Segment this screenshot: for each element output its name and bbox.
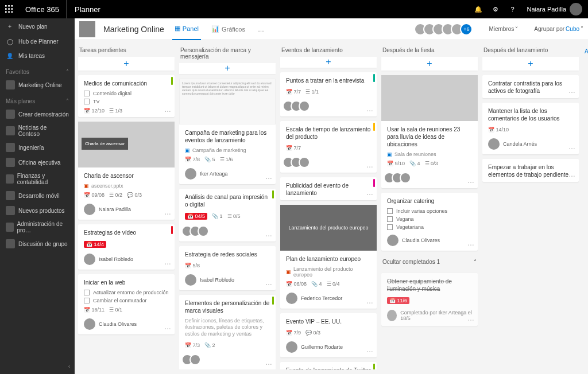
nav-plan-item[interactable]: Marketing Online xyxy=(0,77,75,92)
nav-plan-item[interactable]: Oficina ejecutiva xyxy=(0,155,75,170)
hide-completed-toggle[interactable]: Ocultar completados 1˄ xyxy=(381,255,478,268)
task-card[interactable]: Fuente de lanzamiento de Twitter📅 31/3Is… xyxy=(280,362,377,369)
settings-icon[interactable]: ⚙ xyxy=(487,0,504,18)
members-dropdown[interactable]: Miembros ˅ xyxy=(489,26,518,32)
task-card[interactable]: Contratar contratista para los activos d… xyxy=(482,75,579,98)
add-task-button[interactable]: + xyxy=(179,63,276,74)
nav-new-plan[interactable]: ＋ Nuevo plan xyxy=(0,18,75,34)
add-task-button[interactable]: + xyxy=(78,57,175,71)
bucket-title[interactable]: Eventos de lanzamiento xyxy=(280,45,377,57)
checklist-item[interactable]: Cambiar el conmutador xyxy=(78,298,175,306)
nav-hub[interactable]: ◯ Hub de Planner xyxy=(0,34,75,49)
nav-favorites-header[interactable]: Favoritos ˄ xyxy=(0,63,75,77)
chevron-up-icon: ˄ xyxy=(66,98,69,104)
add-task-button[interactable]: + xyxy=(482,57,579,71)
checklist-item[interactable]: TV xyxy=(78,99,175,107)
card-menu[interactable]: … xyxy=(366,189,373,197)
card-menu[interactable]: … xyxy=(366,105,373,113)
collapse-nav[interactable]: ‹ xyxy=(68,363,70,369)
task-card[interactable]: Evento VIP – EE. UU.📅 7/9💬 0/3Guillermo … xyxy=(280,313,377,357)
checklist-item[interactable]: Contenido digital xyxy=(78,91,175,99)
card-meta: 📅 12/10☰ 1/3 xyxy=(78,107,175,117)
checklist-item[interactable]: Actualizar entorno de producción xyxy=(78,290,175,298)
task-card[interactable]: Medios de comunicaciónContenido digitalT… xyxy=(78,75,175,117)
task-card[interactable]: Puntos a tratar en la entrevista📅 7/7☰ 1… xyxy=(280,72,377,116)
card-menu[interactable]: … xyxy=(265,173,272,181)
bucket-title[interactable]: Después del lanzamiento xyxy=(482,45,579,57)
group-by-dropdown[interactable]: Agrupar por Cubo ˅ xyxy=(534,26,583,32)
add-task-button[interactable]: + xyxy=(280,57,377,68)
bucket: Personalización de marca y mensajería + … xyxy=(179,45,276,369)
card-attachment[interactable]: ▣Lanzamiento del producto europeo xyxy=(280,266,377,280)
tab-more[interactable]: … xyxy=(256,26,266,33)
category-stripe xyxy=(272,297,274,305)
left-nav: ＋ Nuevo plan ◯ Hub de Planner 👤 Mis tare… xyxy=(0,18,75,374)
nav-plan-item[interactable]: Nuevos productos xyxy=(0,203,75,218)
card-menu[interactable]: … xyxy=(265,230,272,238)
card-title: Estrategia de redes sociales xyxy=(179,246,276,262)
task-card[interactable]: Estrategia de redes sociales📅 5/8Isabel … xyxy=(179,246,276,290)
task-card[interactable]: Organizar cateringIncluir varias opcione… xyxy=(381,193,478,251)
card-menu[interactable]: … xyxy=(164,258,171,266)
app-launcher[interactable] xyxy=(0,0,18,18)
nav-plan-item[interactable]: Noticias de Contoso xyxy=(0,122,75,140)
card-menu[interactable]: … xyxy=(568,87,575,95)
card-menu[interactable]: … xyxy=(467,314,474,322)
nav-plan-item[interactable]: Discusión de grupo xyxy=(0,236,75,251)
bucket-title[interactable]: Después de la fiesta xyxy=(381,45,478,57)
nav-plan-item[interactable]: Finanzas y contabilidad xyxy=(0,170,75,188)
task-card[interactable]: Mantener la lista de los comentarios de … xyxy=(482,103,579,154)
nav-plan-item[interactable]: Administración de pro… xyxy=(0,218,75,236)
checklist-item[interactable]: Vegana xyxy=(381,216,478,224)
card-menu[interactable]: … xyxy=(366,346,373,354)
card-assignee: Claudia Olivares xyxy=(381,232,478,251)
task-card[interactable]: Lanzamiento del producto europeoPlan de … xyxy=(280,205,377,309)
user-menu[interactable]: Naiara Padilla xyxy=(521,3,588,15)
card-menu[interactable]: … xyxy=(164,323,171,331)
card-menu[interactable]: … xyxy=(366,161,373,169)
member-more[interactable]: +6 xyxy=(460,23,473,36)
task-card[interactable]: Publicidad del evento de lanzamiento… xyxy=(280,177,377,200)
add-task-button[interactable]: + xyxy=(381,57,478,71)
notifications-icon[interactable]: 🔔 xyxy=(470,0,487,18)
checklist-item[interactable]: Vegetariana xyxy=(381,224,478,232)
card-attachment[interactable]: ▣Campaña de marketing xyxy=(179,147,276,155)
nav-my-tasks[interactable]: 👤 Mis tareas xyxy=(0,49,75,63)
svg-rect-1 xyxy=(8,5,10,7)
card-menu[interactable]: … xyxy=(265,359,272,367)
add-bucket-link[interactable]: Agregar nue xyxy=(583,45,588,369)
tab-charts[interactable]: 📊 Gráficos xyxy=(209,25,247,33)
card-attachment[interactable]: ▣Sala de reuniones xyxy=(381,151,478,159)
task-card[interactable]: Iniciar en la webActualizar entorno de p… xyxy=(78,274,175,334)
nav-plan-item[interactable]: Ingeniería xyxy=(0,140,75,155)
card-menu[interactable]: … xyxy=(164,208,171,216)
task-card[interactable]: Obtener equipamiento de iluminación y mú… xyxy=(381,273,478,326)
card-menu[interactable]: … xyxy=(366,297,373,305)
task-card[interactable]: Usar la sala de reuniones 23 para lluvia… xyxy=(381,75,478,188)
tab-board[interactable]: ▦ Panel xyxy=(172,18,201,40)
task-card[interactable]: Lorem ipsum dolor sit amet consectetur a… xyxy=(179,79,276,184)
task-card[interactable]: Estrategias de vídeo📅 14/4Isabel Robledo… xyxy=(78,224,175,270)
bucket-title[interactable]: Tareas pendientes xyxy=(78,45,175,57)
nav-plan-item[interactable]: Desarrollo móvil xyxy=(0,188,75,203)
bucket-title[interactable]: Personalización de marca y mensajería xyxy=(179,45,276,63)
task-card[interactable]: Empezar a trabajar en los elementos de t… xyxy=(482,159,579,182)
card-menu[interactable]: … xyxy=(568,143,575,151)
checklist-item[interactable]: Incluir varias opciones xyxy=(381,208,478,216)
card-menu[interactable]: … xyxy=(265,279,272,287)
nav-plan-item[interactable]: Crear demostración xyxy=(0,107,75,122)
card-menu[interactable]: … xyxy=(164,106,171,114)
plan-members[interactable]: +6 xyxy=(417,23,473,36)
card-menu[interactable]: … xyxy=(568,170,575,178)
card-attachment[interactable]: ▣ascensor.pptx xyxy=(78,183,175,191)
task-card[interactable]: Escala de tiempo de lanzamiento del prod… xyxy=(280,121,377,173)
task-card[interactable]: Análisis de canal para impresión o digit… xyxy=(179,189,276,241)
card-menu[interactable]: … xyxy=(467,177,474,185)
task-card[interactable]: Elementos de personalización de marca vi… xyxy=(179,295,276,369)
svg-rect-2 xyxy=(11,5,13,7)
help-icon[interactable]: ? xyxy=(504,0,521,18)
nav-more-header[interactable]: Más planes ˄ xyxy=(0,92,75,107)
task-card[interactable]: Charla de ascensorCharla de ascensor▣asc… xyxy=(78,122,175,220)
card-meta: 📅 7/3📎 2 xyxy=(179,341,276,352)
card-menu[interactable]: … xyxy=(467,239,474,247)
